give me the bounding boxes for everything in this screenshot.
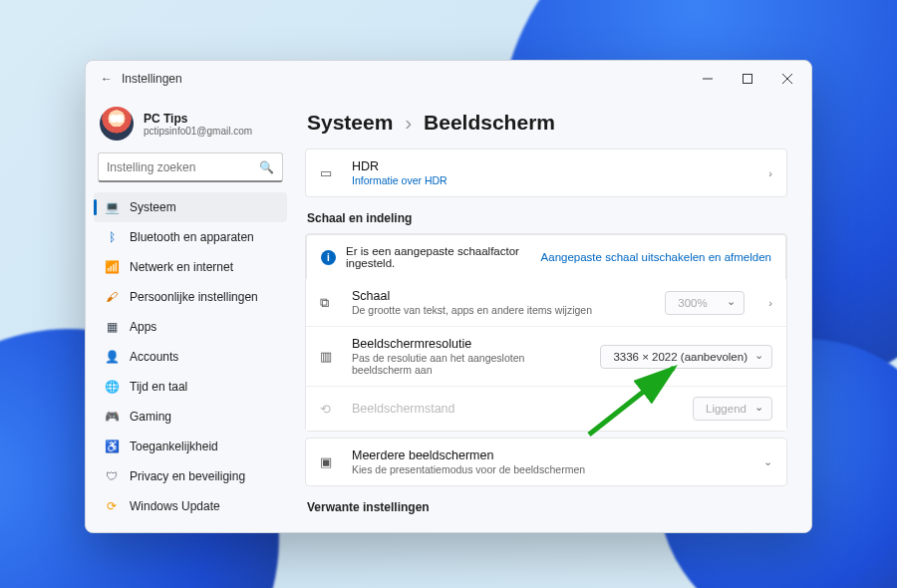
back-button[interactable]: ← (98, 72, 116, 86)
time-icon: 🌐 (104, 380, 120, 394)
card-subtitle: Pas de resolutie aan het aangesloten bee… (352, 352, 586, 376)
profile-email: pctipsinfo01@gmail.com (144, 126, 252, 137)
section-heading-scale: Schaal en indeling (307, 211, 787, 225)
sidebar-item-netwerk[interactable]: 📶Netwerk en internet (94, 252, 287, 282)
sidebar-item-label: Apps (130, 320, 156, 334)
resolution-dropdown[interactable]: 3336 × 2022 (aanbevolen) (600, 345, 772, 369)
close-icon (782, 74, 792, 84)
sidebar-item-update[interactable]: ⟳Windows Update (94, 491, 287, 521)
card-subtitle: Kies de presentatiemodus voor de beeldsc… (352, 463, 749, 475)
multi-display-card[interactable]: ▣ Meerdere beeldschermen Kies de present… (305, 438, 787, 486)
content-scroll[interactable]: ▭ HDR Informatie over HDR › Schaal en in… (305, 148, 789, 524)
card-title: Meerdere beeldschermen (352, 448, 749, 462)
gaming-icon: 🎮 (104, 410, 120, 424)
sidebar-item-label: Persoonlijke instellingen (130, 290, 258, 304)
resolution-card[interactable]: ▥ Beeldschermresolutie Pas de resolutie … (306, 326, 786, 386)
sidebar-item-label: Tijd en taal (130, 380, 187, 394)
alert-text: Er is een aangepaste schaalfactor ingest… (346, 245, 531, 269)
maximize-icon (743, 74, 752, 84)
sidebar-item-label: Gaming (130, 410, 171, 424)
chevron-right-icon: › (768, 167, 772, 179)
sidebar-item-systeem[interactable]: 💻Systeem (94, 192, 287, 222)
resolution-icon: ▥ (320, 349, 338, 364)
orientation-dropdown: Liggend (693, 397, 772, 421)
chevron-right-icon: › (405, 111, 412, 134)
info-icon: i (321, 250, 336, 265)
accessibility-icon: ♿ (104, 440, 120, 453)
profile-name: PC Tips (144, 112, 252, 126)
maximize-button[interactable] (728, 64, 767, 94)
nav-list: 💻Systeem ᛒBluetooth en apparaten 📶Netwer… (94, 192, 287, 521)
multi-display-icon: ▣ (320, 454, 338, 469)
orientation-card: ⟲ Beeldschermstand Liggend (306, 386, 786, 431)
avatar (100, 107, 134, 141)
sidebar-item-label: Netwerk en internet (130, 260, 233, 274)
settings-window: ← Instellingen PC Tips pctipsinfo01@gmai… (85, 60, 812, 533)
hdr-icon: ▭ (320, 165, 338, 180)
main-pane: Systeem › Beeldscherm ▭ HDR Informatie o… (295, 97, 811, 532)
accounts-icon: 👤 (104, 350, 120, 364)
profile-block[interactable]: PC Tips pctipsinfo01@gmail.com (94, 103, 287, 152)
card-subtitle-link[interactable]: Informatie over HDR (352, 174, 754, 186)
sidebar-item-accounts[interactable]: 👤Accounts (94, 342, 287, 372)
minimize-button[interactable] (688, 64, 728, 94)
sidebar-item-label: Windows Update (130, 499, 220, 513)
card-title: Schaal (352, 289, 651, 303)
network-icon: 📶 (104, 260, 120, 274)
personalize-icon: 🖌 (104, 290, 120, 304)
chevron-right-icon: › (768, 297, 772, 309)
sidebar-item-apps[interactable]: ▦Apps (94, 312, 287, 342)
scale-dropdown[interactable]: 300% (665, 291, 745, 315)
update-icon: ⟳ (104, 499, 120, 513)
breadcrumb-current: Beeldscherm (424, 111, 555, 134)
sidebar-item-persoonlijk[interactable]: 🖌Persoonlijke instellingen (94, 282, 287, 312)
sidebar-item-gaming[interactable]: 🎮Gaming (94, 402, 287, 432)
minimize-icon (703, 74, 713, 84)
sidebar-item-tijd[interactable]: 🌐Tijd en taal (94, 372, 287, 402)
card-subtitle: De grootte van tekst, apps en andere ite… (352, 304, 651, 316)
search-input[interactable] (107, 160, 259, 174)
scale-card[interactable]: ⧉ Schaal De grootte van tekst, apps en a… (306, 279, 786, 326)
sidebar-item-bluetooth[interactable]: ᛒBluetooth en apparaten (94, 222, 287, 252)
card-title: Beeldschermstand (352, 402, 679, 416)
window-title: Instellingen (122, 72, 688, 86)
system-icon: 💻 (104, 200, 120, 214)
sidebar-item-label: Toegankelijkheid (130, 440, 218, 453)
card-title: HDR (352, 159, 754, 173)
search-icon: 🔍 (259, 160, 274, 174)
sidebar-item-label: Privacy en beveiliging (130, 469, 245, 483)
breadcrumb: Systeem › Beeldscherm (305, 105, 789, 148)
sidebar-item-label: Accounts (130, 350, 178, 364)
sidebar-item-label: Bluetooth en apparaten (130, 230, 254, 244)
hdr-card[interactable]: ▭ HDR Informatie over HDR › (305, 148, 787, 197)
section-heading-related: Verwante instellingen (307, 500, 787, 514)
scale-alert: i Er is een aangepaste schaalfactor inge… (306, 234, 786, 279)
orientation-icon: ⟲ (320, 402, 338, 417)
close-button[interactable] (767, 64, 807, 94)
sidebar-item-label: Systeem (130, 200, 176, 214)
search-bar[interactable]: 🔍 (98, 152, 283, 182)
sidebar-item-privacy[interactable]: 🛡Privacy en beveiliging (94, 461, 287, 491)
scale-icon: ⧉ (320, 295, 338, 311)
privacy-icon: 🛡 (104, 469, 120, 483)
alert-link[interactable]: Aangepaste schaal uitschakelen en afmeld… (541, 251, 771, 263)
scale-group: i Er is een aangepaste schaalfactor inge… (305, 233, 787, 432)
card-title: Beeldschermresolutie (352, 337, 586, 351)
titlebar: ← Instellingen (86, 61, 811, 97)
chevron-down-icon: ⌄ (763, 455, 772, 468)
sidebar-item-toegankelijkheid[interactable]: ♿Toegankelijkheid (94, 432, 287, 461)
bluetooth-icon: ᛒ (104, 230, 120, 244)
sidebar: PC Tips pctipsinfo01@gmail.com 🔍 💻Systee… (86, 97, 295, 532)
svg-rect-1 (744, 75, 752, 84)
apps-icon: ▦ (104, 320, 120, 334)
breadcrumb-root[interactable]: Systeem (307, 111, 393, 134)
